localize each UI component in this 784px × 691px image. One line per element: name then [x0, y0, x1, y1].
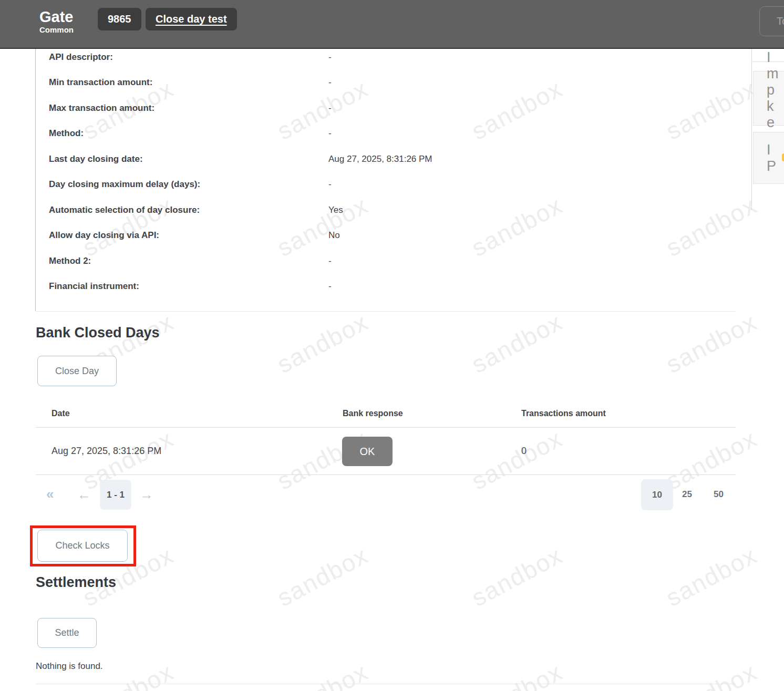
detail-row: Min transaction amount:-	[0, 77, 736, 89]
pagination-next-icon[interactable]: →	[140, 487, 153, 503]
detail-label: Automatic selection of day closure:	[49, 205, 200, 215]
bank-closed-days-title: Bank Closed Days	[36, 325, 160, 341]
table-header-date: Date	[51, 409, 70, 418]
detail-row: Max transaction amount:-	[0, 103, 736, 115]
close-day-button[interactable]: Close Day	[37, 356, 117, 386]
settlements-title: Settlements	[36, 574, 116, 591]
detail-value: -	[328, 128, 332, 139]
detail-row: Financial instrument:-	[0, 281, 736, 293]
bottom-divider	[36, 684, 736, 684]
detail-value: -	[328, 281, 332, 292]
table-row-border	[36, 475, 736, 475]
detail-value: No	[328, 230, 340, 241]
section-divider	[36, 311, 736, 312]
app-logo-title: Gate	[39, 9, 74, 25]
detail-value: -	[328, 77, 332, 88]
settlements-empty-text: Nothing is found.	[36, 661, 103, 672]
pagination-range: 1 - 1	[100, 480, 131, 510]
right-panel-border	[751, 49, 752, 210]
detail-label: Day closing maximum delay (days):	[49, 179, 200, 190]
right-panel-item-label: IP	[754, 142, 777, 174]
key-icon	[782, 153, 784, 161]
header-top-right-button[interactable]: To	[759, 6, 784, 36]
detail-row: Method:-	[0, 128, 736, 140]
page: sandboxsandboxsandboxsandboxsandboxsandb…	[0, 0, 784, 691]
table-row-date: Aug 27, 2025, 8:31:26 PM	[51, 446, 161, 457]
table-row-amount: 0	[521, 446, 527, 457]
detail-value: Yes	[328, 205, 343, 215]
table-header-bank-response: Bank response	[343, 409, 403, 418]
app-logo: Gate Common	[39, 9, 74, 34]
detail-value: -	[328, 179, 332, 190]
main-content: API descriptor:-Min transaction amount:-…	[0, 0, 784, 691]
right-panel: Imp key IP	[751, 49, 784, 210]
detail-value: Aug 27, 2025, 8:31:26 PM	[328, 154, 432, 164]
detail-row: Allow day closing via API:No	[0, 230, 736, 242]
page-size-option-10[interactable]: 10	[641, 479, 673, 510]
page-size-option-50[interactable]: 50	[714, 489, 724, 500]
detail-row: API descriptor:-	[0, 52, 736, 64]
detail-value: -	[328, 256, 332, 266]
detail-label: Max transaction amount:	[49, 103, 154, 114]
detail-label: Allow day closing via API:	[49, 230, 159, 241]
app-header: Gate Common 9865 Close day test To	[0, 0, 784, 49]
app-logo-subtitle: Common	[39, 25, 74, 34]
gate-id-badge: 9865	[98, 8, 141, 30]
detail-value: -	[328, 103, 332, 114]
gate-name-link[interactable]: Close day test	[146, 8, 237, 30]
detail-label: Method:	[49, 128, 84, 139]
settle-button[interactable]: Settle	[37, 618, 97, 648]
detail-row: Day closing maximum delay (days):-	[0, 179, 736, 191]
detail-row: Method 2:-	[0, 256, 736, 267]
annotation-highlight-box	[30, 525, 136, 566]
detail-label: API descriptor:	[49, 52, 113, 63]
table-header-border	[36, 427, 736, 428]
table-header-transactions-amount: Transactions amount	[521, 409, 606, 418]
detail-label: Financial instrument:	[49, 281, 139, 292]
detail-label: Min transaction amount:	[49, 77, 152, 88]
detail-value: -	[328, 52, 332, 63]
pagination-prev-icon[interactable]: ←	[77, 487, 91, 503]
detail-label: Last day closing date:	[49, 154, 143, 164]
detail-row: Automatic selection of day closure:Yes	[0, 205, 736, 216]
right-panel-item-ip[interactable]: IP	[753, 132, 784, 184]
detail-label: Method 2:	[49, 256, 91, 266]
right-panel-item-import-keys[interactable]: Imp key	[753, 71, 784, 126]
bank-response-badge: OK	[342, 437, 393, 466]
detail-row: Last day closing date:Aug 27, 2025, 8:31…	[0, 154, 736, 166]
pagination-first-icon[interactable]: «	[46, 486, 54, 502]
page-size-option-25[interactable]: 25	[682, 489, 692, 500]
